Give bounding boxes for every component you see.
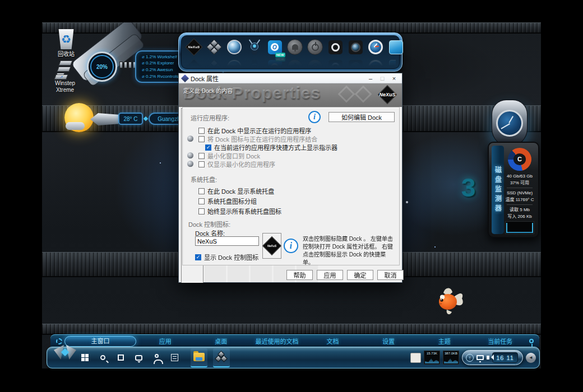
- taskbar-icons: [78, 347, 230, 368]
- checkbox[interactable]: [198, 136, 205, 142]
- taskbar-tab-recent-docs[interactable]: 最近使用的文档: [250, 337, 304, 346]
- winstep-emblem[interactable]: [53, 343, 77, 368]
- checkbox[interactable]: [198, 161, 205, 167]
- dock-properties-dialog: Dock 属性 – □ × Dock Properties 定义此 Dock 的…: [178, 73, 402, 283]
- people-icon[interactable]: [150, 352, 163, 364]
- pro-globe-icon: [187, 161, 193, 167]
- power-button-icon[interactable]: [306, 38, 324, 56]
- pro-globe-icon: [187, 152, 193, 158]
- separator-diamond: [144, 116, 148, 121]
- globe-browser-icon[interactable]: [225, 38, 243, 56]
- content-panel: 运行应用程序: i 如何编辑 Dock 在此 Dock 中显示正在运行的应用程序…: [182, 107, 400, 265]
- task-view-icon[interactable]: [114, 352, 127, 364]
- checkbox-label: 显示 Dock 控制图标: [204, 253, 258, 262]
- file-explorer-icon[interactable]: [191, 348, 207, 367]
- nexus-brand-logo: NeXuS: [376, 87, 399, 104]
- dock-name-input[interactable]: [195, 236, 259, 246]
- outlook-icon[interactable]: O NEW: [266, 38, 284, 56]
- checkbox-only-minimized[interactable]: 仅显示最小化的应用程序: [183, 160, 397, 168]
- checkbox[interactable]: [198, 208, 205, 214]
- tab-strip-key-icon[interactable]: [529, 339, 534, 343]
- new-badge: NEW: [275, 53, 285, 57]
- speaker-icon[interactable]: [487, 356, 489, 360]
- checkbox[interactable]: [195, 254, 201, 260]
- taskbar-tab-current-tasks[interactable]: 当前任务: [473, 337, 527, 346]
- minimize-button[interactable]: –: [366, 75, 375, 82]
- network-meter-1[interactable]: 15.73K: [424, 351, 440, 365]
- disk-usage-donut: C: [508, 148, 531, 171]
- header-subtitle: 定义此 Dock 的内容: [183, 86, 233, 95]
- checkbox[interactable]: [205, 144, 211, 151]
- help-button[interactable]: 帮助: [286, 270, 313, 280]
- checkbox[interactable]: [198, 128, 205, 134]
- winstep-tiles-icon[interactable]: [205, 38, 223, 56]
- disk-temperature: 温度 11769° C: [505, 197, 534, 203]
- search-icon[interactable]: [96, 352, 109, 364]
- tray-clock[interactable]: 16 11: [492, 352, 518, 363]
- ime-icon[interactable]: [168, 352, 181, 364]
- robot-avatar-icon[interactable]: [246, 38, 263, 56]
- winstep-icon[interactable]: [213, 348, 230, 367]
- disk-type: SSD (NVMe): [507, 190, 533, 197]
- chat-icon[interactable]: [132, 352, 145, 364]
- tray-white-tile[interactable]: [410, 353, 421, 363]
- dialog-title: Dock 属性: [191, 74, 363, 83]
- disk-monitor-widget[interactable]: 磁盘监测器 C 40 Gb/63 Gb 37% 可用 SSD (NVMe) 温度…: [488, 142, 539, 238]
- how-to-edit-dock-button[interactable]: 如何编辑 Dock: [328, 112, 395, 122]
- checkbox-show-indicator[interactable]: 在当前运行的应用程序快捷方式上显示指示器: [183, 143, 397, 151]
- checkbox[interactable]: [198, 153, 205, 159]
- taskbar-tab-desktop[interactable]: 桌面: [195, 337, 248, 346]
- cloud-icon: [66, 122, 85, 130]
- checkbox-minimize-to-dock[interactable]: 最小化窗口到 Dock: [183, 152, 397, 160]
- taskbar-tab-strip: 主窗口 应用 桌面 最近使用的文档 文档 设置 主题 当前任务: [50, 334, 539, 347]
- cancel-button[interactable]: 取消: [377, 270, 404, 280]
- bell-button-icon[interactable]: [286, 38, 304, 56]
- meter-label: 387.0KB: [443, 352, 459, 355]
- checkbox-label: 始终显示所有系统托盘图标: [207, 207, 281, 216]
- checkbox-label: 系统托盘图标分组: [207, 197, 257, 206]
- taskbar-tab-themes[interactable]: 主题: [418, 337, 471, 346]
- disk-monitor-title-strip: 磁盘监测器: [492, 146, 504, 234]
- checkbox-label: 仅显示最小化的应用程序: [207, 160, 275, 169]
- checkbox[interactable]: [198, 198, 205, 204]
- weather-widget[interactable]: 28° C Guangzhou: [64, 102, 193, 137]
- start-button[interactable]: [78, 352, 91, 364]
- checkbox-show-running-apps[interactable]: 在此 Dock 中显示正在运行的应用程序: [183, 127, 397, 134]
- checkbox-label: 在此 Dock 显示系统托盘: [207, 186, 274, 195]
- checkbox-group-tray-icons[interactable]: 系统托盘图标分组: [183, 197, 397, 205]
- wall-band-bottom: [42, 324, 541, 335]
- taskbar-tab-apps[interactable]: 应用: [138, 337, 192, 346]
- taskbar-collapse-button[interactable]: ◄: [526, 353, 536, 363]
- system-tray: 15.73K 387.0KB ↑ 16 11 ◄: [410, 347, 536, 368]
- dialog-title-bar[interactable]: Dock 属性 – □ ×: [179, 73, 402, 83]
- nexus-logo-icon[interactable]: NeXuS: [185, 38, 203, 56]
- taskbar-tab-documents[interactable]: 文档: [306, 337, 360, 346]
- maximize-button[interactable]: □: [378, 75, 387, 82]
- camera-lens-icon[interactable]: [346, 38, 364, 56]
- analog-clock-widget[interactable]: [492, 100, 528, 147]
- cpu-percent: 20%: [96, 64, 108, 70]
- gauge-connector: [119, 62, 136, 68]
- headphones-icon[interactable]: [326, 38, 344, 56]
- divider: [507, 188, 533, 188]
- clock-gauge-icon[interactable]: [367, 38, 385, 56]
- ghost-diamond: [354, 85, 372, 102]
- taskbar-tab-settings[interactable]: 设置: [362, 337, 415, 346]
- blue-tile-icon[interactable]: [387, 38, 405, 56]
- checkbox-combine-icons[interactable]: 将 Dock 图标与正在运行的应用程序结合: [183, 135, 397, 143]
- dialog-icon: [181, 74, 189, 82]
- disk-read: 读取 5 Mb: [510, 207, 530, 213]
- ok-button[interactable]: 确定: [347, 270, 373, 280]
- checkbox-show-tray[interactable]: 在此 Dock 显示系统托盘: [183, 187, 397, 195]
- close-button[interactable]: ×: [390, 75, 399, 82]
- checkbox-always-show-tray-icons[interactable]: 始终显示所有系统托盘图标: [183, 207, 397, 215]
- checkbox[interactable]: [198, 188, 205, 194]
- display-icon[interactable]: [476, 355, 484, 360]
- disk-capacity: 40 Gb/63 Gb: [507, 173, 533, 180]
- network-meter-2[interactable]: 387.0KB: [443, 351, 459, 365]
- apply-button[interactable]: 应用: [317, 270, 343, 280]
- checkbox-show-control-icon[interactable]: 显示 Dock 控制图标: [183, 253, 397, 261]
- cpu-gauge: 20%: [87, 52, 117, 82]
- ghost-diamond: [337, 85, 355, 102]
- show-hidden-icons-button[interactable]: ↑: [466, 354, 474, 362]
